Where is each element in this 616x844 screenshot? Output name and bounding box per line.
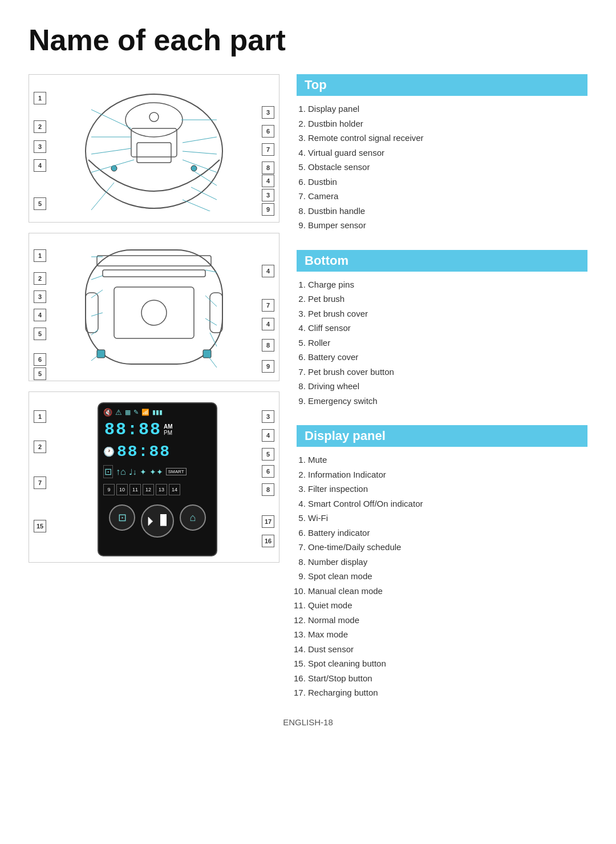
- svg-line-31: [91, 313, 103, 316]
- svg-line-15: [183, 160, 217, 172]
- svg-rect-25: [210, 293, 222, 333]
- dp-rlabel-5: 5: [262, 448, 274, 461]
- bottom-item-3: Pet brush cover: [308, 306, 587, 321]
- bot-label-2: 2: [34, 272, 46, 285]
- bot-label-5b: 5: [34, 368, 46, 380]
- time-display: 88:88: [104, 420, 161, 439]
- recharging-button[interactable]: ⌂: [180, 504, 206, 531]
- top-rlabel-3b: 3: [262, 189, 274, 201]
- svg-point-2: [149, 112, 159, 122]
- dp-item-15: Spot cleaning button: [308, 656, 587, 671]
- display-panel-diagram: 1 2 7 3 4 5 6 8 9 10 11 12 13 14 15 17 1…: [29, 391, 279, 563]
- bot-label-4: 4: [34, 309, 46, 321]
- dp-rlabel-17: 17: [262, 515, 274, 528]
- bottom-item-2: Pet brush: [308, 292, 587, 306]
- bot-rlabel-9: 9: [262, 360, 274, 373]
- dp-label-7: 7: [34, 476, 46, 489]
- top-rlabel-7: 7: [262, 143, 274, 156]
- bottom-item-5: Roller: [308, 336, 587, 350]
- dp-item-16: Start/Stop button: [308, 671, 587, 686]
- svg-line-11: [91, 183, 114, 210]
- bottom-section-list: Charge pins Pet brush Pet brush cover Cl…: [297, 277, 587, 409]
- dp-item-12: Normal mode: [308, 613, 587, 628]
- bot-label-1: 1: [34, 249, 46, 262]
- dp-item-6: Battery indicator: [308, 526, 587, 540]
- top-view-svg: [68, 86, 240, 211]
- edit-icon: ✎: [133, 409, 139, 416]
- dp-item-5: Wi-Fi: [308, 511, 587, 526]
- bot-rlabel-4: 4: [262, 265, 274, 277]
- display-panel-section: Display panel Mute Information Indicator…: [297, 425, 587, 700]
- top-item-8: Dustbin handle: [308, 204, 587, 219]
- svg-line-37: [210, 333, 217, 346]
- bottom-view-svg: [68, 239, 240, 375]
- top-item-7: Camera: [308, 189, 587, 204]
- bottom-section-header: Bottom: [297, 250, 587, 272]
- numbox-10: 10: [116, 484, 128, 495]
- top-item-3: Remote control signal receiver: [308, 131, 587, 146]
- dp-item-14: Dust sensor: [308, 642, 587, 657]
- svg-line-17: [191, 187, 217, 200]
- bot-label-5: 5: [34, 328, 46, 340]
- max-mode-icon: ✦✦: [149, 467, 163, 476]
- svg-rect-27: [203, 350, 211, 358]
- svg-line-30: [91, 290, 103, 298]
- svg-rect-4: [137, 143, 171, 163]
- dp-item-2: Information Indicator: [308, 467, 587, 482]
- svg-line-16: [194, 171, 217, 185]
- dp-item-3: Filter inspection: [308, 482, 587, 496]
- top-label-5: 5: [34, 197, 46, 210]
- svg-point-1: [125, 103, 183, 137]
- dp-rlabel-6: 6: [262, 465, 274, 478]
- bottom-item-8: Driving wheel: [308, 379, 587, 394]
- svg-rect-20: [97, 256, 211, 266]
- bottom-item-6: Battery cover: [308, 350, 587, 365]
- dp-item-11: Quiet mode: [308, 598, 587, 613]
- svg-line-9: [91, 148, 131, 154]
- dp-rlabel-3: 3: [262, 410, 274, 423]
- top-item-5: Obstacle sensor: [308, 160, 587, 175]
- bottom-item-7: Pet brush cover button: [308, 365, 587, 379]
- dp-item-1: Mute: [308, 453, 587, 467]
- top-item-2: Dustbin holder: [308, 116, 587, 131]
- info-column: Top Display panel Dustbin holder Remote …: [297, 74, 587, 700]
- page-title: Name of each part: [29, 23, 587, 57]
- numbox-13: 13: [156, 484, 167, 495]
- bot-rlabel-8: 8: [262, 339, 274, 352]
- top-rlabel-4: 4: [262, 175, 274, 187]
- bot-rlabel-7: 7: [262, 299, 274, 312]
- footer-text: ENGLISH-18: [283, 717, 333, 727]
- start-stop-button[interactable]: ⏵❚: [141, 504, 174, 538]
- smart-label: SMART: [166, 468, 187, 475]
- bottom-item-1: Charge pins: [308, 277, 587, 292]
- svg-rect-24: [86, 293, 98, 333]
- mute-icon: 🔇: [103, 408, 112, 417]
- svg-line-13: [183, 137, 217, 143]
- display-panel-list: Mute Information Indicator Filter inspec…: [297, 453, 587, 700]
- page-footer: ENGLISH-18: [29, 717, 587, 727]
- wifi-icon: 📶: [141, 409, 149, 416]
- bottom-view-diagram: 1 2 3 4 5 6 5 4 7 4 8 9: [29, 233, 279, 381]
- svg-line-38: [208, 356, 217, 368]
- bot-rlabel-4b: 4: [262, 318, 274, 330]
- display-panel-visual: 🔇 ⚠ ▦ ✎ 📶 ▮▮▮ 88:88 AM PM 🕐: [98, 402, 217, 556]
- numbox-14: 14: [169, 484, 180, 495]
- top-item-9: Bumper sensor: [308, 218, 587, 233]
- svg-line-36: [205, 318, 217, 325]
- dp-label-2: 2: [34, 441, 46, 453]
- top-section-header: Top: [297, 74, 587, 96]
- bot-label-6: 6: [34, 353, 46, 366]
- numbox-9: 9: [103, 484, 115, 495]
- dp-rlabel-4: 4: [262, 429, 274, 442]
- time-display-2: 88:88: [117, 443, 171, 461]
- quiet-mode-icon: ♩↓: [129, 467, 137, 476]
- manual-mode-icon: ↑⌂: [116, 467, 126, 477]
- top-item-6: Dustbin: [308, 175, 587, 189]
- spot-clean-button[interactable]: ⊡: [109, 504, 135, 531]
- top-rlabel-8: 8: [262, 161, 274, 174]
- svg-rect-19: [86, 250, 222, 364]
- svg-rect-26: [97, 350, 105, 358]
- top-rlabel-3: 3: [262, 106, 274, 119]
- dp-item-13: Max mode: [308, 627, 587, 642]
- dp-item-7: One-time/Daily schedule: [308, 540, 587, 555]
